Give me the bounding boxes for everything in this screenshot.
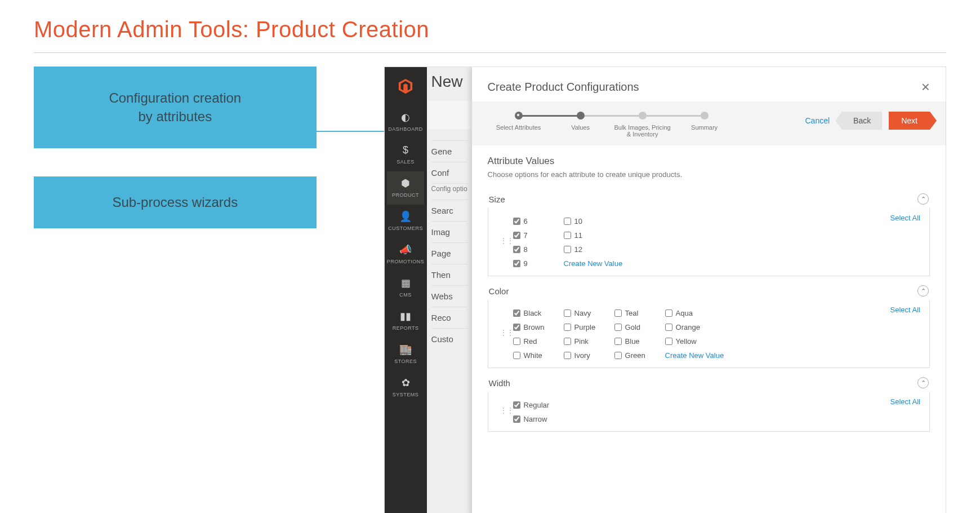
collapse-icon[interactable]: ⌃ — [917, 377, 929, 388]
store-icon: 🏬 — [387, 343, 425, 356]
option-10[interactable]: 10 — [564, 217, 623, 225]
option-checkbox[interactable] — [614, 352, 622, 359]
create-new-value-link[interactable]: Create New Value — [665, 351, 724, 360]
close-icon[interactable]: × — [921, 78, 930, 96]
step-dot-icon — [701, 112, 709, 120]
option-ivory[interactable]: Ivory — [564, 351, 603, 360]
option-checkbox[interactable] — [513, 309, 520, 317]
attribute-header[interactable]: Width⌃ — [488, 373, 930, 392]
option-yellow[interactable]: Yellow — [665, 337, 724, 346]
megaphone-icon: 📣 — [387, 244, 425, 256]
option-checkbox[interactable] — [614, 338, 622, 345]
create-new-value-link[interactable]: Create New Value — [564, 259, 623, 268]
drag-handle-icon[interactable]: ⋮⋮ — [500, 236, 513, 245]
sidebar-item-promotions[interactable]: 📣PROMOTIONS — [387, 238, 425, 271]
option-black[interactable]: Black — [513, 309, 553, 317]
option-7[interactable]: 7 — [513, 231, 553, 240]
option-checkbox[interactable] — [513, 232, 520, 239]
sidebar-item-reports[interactable]: ▮▮REPORTS — [387, 304, 425, 338]
option-purple[interactable]: Purple — [564, 323, 603, 331]
sidebar-item-dashboard[interactable]: ◐DASHBOARD — [387, 105, 425, 139]
option-checkbox[interactable] — [513, 246, 520, 253]
back-button[interactable]: Back — [842, 112, 882, 130]
option-checkbox[interactable] — [665, 324, 672, 331]
underlay-section: Reco — [431, 307, 467, 328]
option-teal[interactable]: Teal — [614, 309, 654, 317]
option-gold[interactable]: Gold — [614, 323, 654, 331]
option-checkbox[interactable] — [564, 232, 571, 239]
option-checkbox[interactable] — [564, 338, 571, 345]
option-aqua[interactable]: Aqua — [665, 309, 724, 317]
option-checkbox[interactable] — [513, 218, 520, 225]
option-checkbox[interactable] — [513, 324, 520, 331]
callout-line1: Configuration creation — [109, 90, 241, 105]
attribute-header[interactable]: Color⌃ — [488, 281, 930, 300]
option-column: AquaOrangeYellowCreate New Value — [665, 309, 724, 360]
option-11[interactable]: 11 — [564, 231, 623, 240]
option-checkbox[interactable] — [513, 338, 520, 345]
attribute-header[interactable]: Size⌃ — [488, 189, 930, 208]
sidebar-item-label: CUSTOMERS — [388, 225, 423, 231]
option-label: 6 — [524, 217, 528, 225]
underlay-desc: Config option produ (Ex: a p — [431, 183, 467, 200]
option-brown[interactable]: Brown — [513, 323, 553, 331]
option-checkbox[interactable] — [513, 401, 520, 409]
sidebar-item-cms[interactable]: ▦CMS — [387, 271, 425, 304]
option-checkbox[interactable] — [513, 415, 520, 423]
steps-track-done — [519, 115, 581, 117]
option-regular[interactable]: Regular — [513, 401, 553, 409]
sidebar-item-product[interactable]: ⬢PRODUCT — [387, 171, 425, 205]
option-12[interactable]: 12 — [564, 245, 623, 254]
option-orange[interactable]: Orange — [665, 323, 724, 331]
option-9[interactable]: 9 — [513, 259, 553, 268]
drag-handle-icon[interactable]: ⋮⋮ — [500, 328, 513, 337]
option-checkbox[interactable] — [564, 309, 571, 317]
step-label: Bulk Images, Pricing & Inventory — [612, 124, 674, 138]
option-green[interactable]: Green — [614, 351, 654, 360]
step-label: Values — [550, 124, 612, 131]
cube-icon: ⬢ — [387, 177, 425, 189]
sidebar-item-stores[interactable]: 🏬STORES — [387, 338, 425, 371]
option-checkbox[interactable] — [564, 218, 571, 225]
sidebar-item-sales[interactable]: $SALES — [387, 139, 425, 171]
option-checkbox[interactable] — [665, 338, 672, 345]
underlay-section: Webs — [431, 285, 467, 307]
cancel-link[interactable]: Cancel — [805, 116, 830, 125]
step-dot-icon — [515, 112, 523, 120]
option-checkbox[interactable] — [564, 246, 571, 253]
option-checkbox[interactable] — [513, 352, 520, 359]
option-checkbox[interactable] — [513, 260, 520, 267]
option-navy[interactable]: Navy — [564, 309, 603, 317]
option-blue[interactable]: Blue — [614, 337, 654, 346]
section-title: Attribute Values — [488, 156, 930, 167]
next-button[interactable]: Next — [889, 112, 930, 130]
underlay-blank — [427, 101, 472, 129]
collapse-icon[interactable]: ⌃ — [917, 285, 929, 297]
collapse-icon[interactable]: ⌃ — [917, 193, 929, 205]
option-narrow[interactable]: Narrow — [513, 415, 553, 423]
sidebar-item-label: SALES — [397, 159, 415, 165]
option-8[interactable]: 8 — [513, 245, 553, 254]
option-white[interactable]: White — [513, 351, 553, 360]
option-label: Blue — [625, 337, 640, 346]
callout-config-attributes: Configuration creation by attributes — [34, 67, 317, 148]
option-label: Yellow — [676, 337, 697, 346]
step-dot-icon — [639, 112, 647, 120]
option-column: BlackBrownRedWhite — [513, 309, 553, 360]
option-6[interactable]: 6 — [513, 217, 553, 225]
drag-handle-icon[interactable]: ⋮⋮ — [500, 406, 513, 415]
option-checkbox[interactable] — [614, 324, 622, 331]
option-checkbox[interactable] — [564, 352, 571, 359]
attribute-block: Select All⋮⋮RegularNarrow — [488, 392, 930, 432]
underlay-section: Searc — [431, 200, 467, 221]
step-dot-icon — [577, 112, 585, 120]
sidebar-item-label: PROMOTIONS — [387, 259, 425, 264]
option-checkbox[interactable] — [665, 309, 672, 317]
sidebar-item-systems[interactable]: ✿SYSTEMS — [387, 371, 425, 404]
sidebar-item-customers[interactable]: 👤CUSTOMERS — [387, 205, 425, 238]
option-pink[interactable]: Pink — [564, 337, 603, 346]
sidebar-item-label: STORES — [394, 359, 417, 364]
option-red[interactable]: Red — [513, 337, 553, 346]
option-checkbox[interactable] — [614, 309, 622, 317]
option-checkbox[interactable] — [564, 324, 571, 331]
